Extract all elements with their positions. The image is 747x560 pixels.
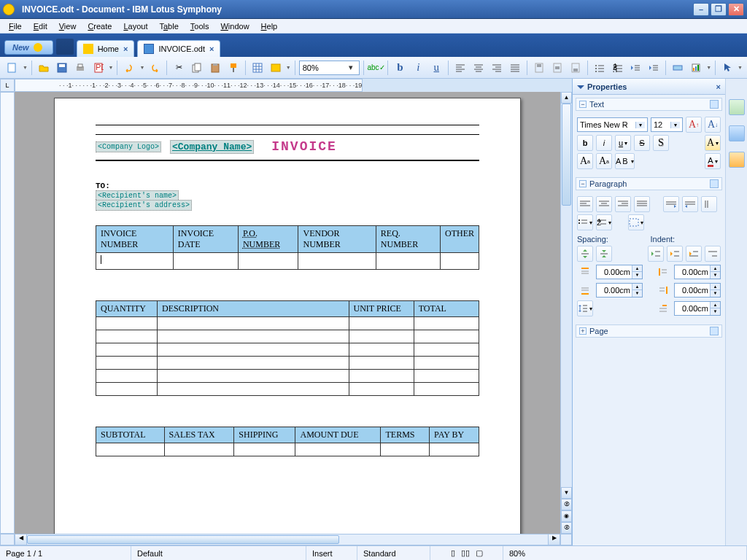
- ruler-horizontal[interactable]: · · ·1· · · · · ·1· · ·2· · ·3· · ·4· · …: [15, 79, 363, 92]
- minimize-button[interactable]: –: [693, 3, 709, 16]
- increase-font-button[interactable]: A↑: [686, 117, 702, 133]
- view-pages-icon[interactable]: ▯▯: [461, 548, 470, 558]
- underline-button-2[interactable]: u: [615, 135, 631, 151]
- th-invoice-number[interactable]: INVOICE NUMBER: [96, 226, 174, 253]
- close-button[interactable]: ✕: [728, 3, 744, 16]
- print-button[interactable]: [72, 60, 88, 76]
- section-icon[interactable]: [710, 327, 719, 335]
- bullet-list-button-2[interactable]: [577, 214, 593, 230]
- indent-button[interactable]: [646, 60, 662, 76]
- company-name-placeholder[interactable]: <Company Name>: [170, 140, 254, 154]
- new-button[interactable]: New: [4, 40, 53, 55]
- bold-button[interactable]: b: [392, 60, 408, 76]
- scroll-left-icon[interactable]: ◀: [15, 534, 27, 545]
- next-page-icon[interactable]: ⦿: [561, 522, 572, 534]
- insert-field-button[interactable]: [670, 60, 686, 76]
- page[interactable]: <Company Logo> <Company Name> INVOICE TO…: [54, 98, 521, 534]
- spellcheck-button[interactable]: abc✓: [368, 60, 384, 76]
- th-terms[interactable]: TERMS: [381, 427, 430, 443]
- vertical-scrollbar[interactable]: ▲ ▼ ⦿ ◉ ⦿: [560, 92, 572, 534]
- decrease-indent-button-2[interactable]: [667, 246, 683, 262]
- underline-button[interactable]: u: [428, 60, 444, 76]
- pdf-button[interactable]: PDF: [90, 60, 107, 76]
- number-list-button-2[interactable]: 12: [596, 214, 612, 230]
- italic-button[interactable]: i: [410, 60, 426, 76]
- tab-invoice[interactable]: INVOICE.odt ×: [137, 40, 220, 57]
- font-color-button[interactable]: A: [705, 153, 721, 169]
- menu-window[interactable]: Window: [214, 20, 255, 32]
- shadow-button[interactable]: S: [653, 135, 669, 151]
- th-invoice-date[interactable]: INVOICE DATE: [173, 226, 238, 253]
- scroll-thumb[interactable]: [562, 104, 571, 206]
- text-direction-button[interactable]: [701, 196, 717, 212]
- bold-button-2[interactable]: b: [577, 135, 593, 151]
- th-amount-due[interactable]: AMOUNT DUE: [295, 427, 381, 443]
- status-zoom[interactable]: 80%: [503, 546, 747, 560]
- align-justify-button[interactable]: [507, 60, 523, 76]
- cursor-button[interactable]: [719, 60, 735, 76]
- undo-button[interactable]: [121, 60, 137, 76]
- char-spacing-button[interactable]: AB: [615, 153, 635, 169]
- align-left-button[interactable]: [452, 60, 468, 76]
- number-list-button[interactable]: 123: [610, 60, 626, 76]
- status-selection[interactable]: Standard: [357, 546, 430, 560]
- align-right-button[interactable]: [489, 60, 505, 76]
- format-paint-button[interactable]: [225, 60, 241, 76]
- decrease-font-button[interactable]: A↓: [705, 117, 721, 133]
- insert-chart-button[interactable]: [688, 60, 704, 76]
- close-icon[interactable]: ×: [123, 44, 128, 53]
- tab-home[interactable]: Home ×: [77, 40, 135, 57]
- section-icon[interactable]: [710, 100, 719, 109]
- first-line-indent-button[interactable]: [705, 246, 721, 262]
- hanging-indent-button[interactable]: [686, 246, 702, 262]
- subscript-button[interactable]: Aa: [596, 153, 612, 169]
- increase-indent-button-2[interactable]: [648, 246, 664, 262]
- page-section-header[interactable]: +Page: [576, 324, 722, 338]
- menu-view[interactable]: View: [53, 20, 82, 32]
- copy-button[interactable]: [189, 60, 205, 76]
- status-style[interactable]: Default: [131, 546, 306, 560]
- th-other[interactable]: OTHER: [440, 226, 479, 253]
- insert-image-button[interactable]: [268, 60, 284, 76]
- zoom-combo[interactable]: 80% ▾: [299, 61, 360, 75]
- line-spacing-button[interactable]: [577, 300, 593, 316]
- new-doc-button[interactable]: [4, 60, 20, 76]
- space-above-spinner[interactable]: ▲▼: [596, 265, 643, 279]
- ruler-vertical[interactable]: [0, 92, 15, 534]
- ltr-button[interactable]: [663, 196, 679, 212]
- rtl-button[interactable]: [682, 196, 698, 212]
- cut-button[interactable]: ✂: [171, 60, 187, 76]
- menu-file[interactable]: File: [3, 20, 28, 32]
- valign-top-button[interactable]: [531, 60, 547, 76]
- th-description[interactable]: DESCRIPTION: [158, 301, 349, 317]
- company-logo-placeholder[interactable]: <Company Logo>: [96, 141, 161, 152]
- align-left-button-2[interactable]: [577, 196, 593, 212]
- navigator-icon[interactable]: [729, 152, 745, 168]
- close-panel-icon[interactable]: ×: [716, 82, 721, 91]
- open-button[interactable]: [36, 60, 52, 76]
- bullet-list-button[interactable]: [592, 60, 608, 76]
- align-center-button[interactable]: [471, 60, 487, 76]
- font-size-combo[interactable]: 12▾: [651, 117, 683, 132]
- align-right-button-2[interactable]: [615, 196, 631, 212]
- paragraph-section-header[interactable]: −Paragraph: [576, 177, 722, 190]
- view-book-icon[interactable]: ▢: [476, 548, 483, 558]
- scroll-down-icon[interactable]: ▼: [561, 487, 572, 499]
- text-section-header[interactable]: −Text: [576, 98, 722, 111]
- indent-right-spinner[interactable]: ▲▼: [674, 283, 721, 298]
- maximize-button[interactable]: ❐: [711, 3, 727, 16]
- th-vendor-number[interactable]: VENDOR NUMBER: [298, 226, 376, 253]
- th-sales-tax[interactable]: SALES TAX: [164, 427, 234, 443]
- space-below-spinner[interactable]: ▲▼: [596, 283, 643, 298]
- line-items-table[interactable]: QUANTITY DESCRIPTION UNIT PRICE TOTAL: [96, 300, 479, 396]
- table-cell[interactable]: [96, 253, 174, 270]
- menu-edit[interactable]: Edit: [28, 20, 53, 32]
- th-pay-by[interactable]: PAY BY: [430, 427, 479, 443]
- menu-create[interactable]: Create: [82, 20, 117, 32]
- thumbnails-button[interactable]: [56, 39, 74, 55]
- th-shipping[interactable]: SHIPPING: [234, 427, 295, 443]
- paste-button[interactable]: [207, 60, 223, 76]
- nav-icon[interactable]: ◉: [561, 510, 572, 522]
- th-req-number[interactable]: REQ. NUMBER: [376, 226, 440, 253]
- scroll-up-icon[interactable]: ▲: [561, 92, 572, 104]
